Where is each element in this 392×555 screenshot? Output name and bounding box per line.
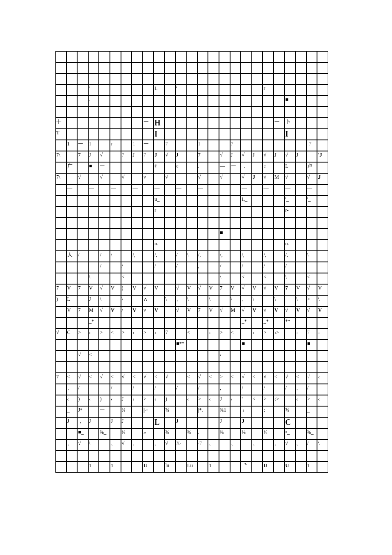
grid-cell xyxy=(110,84,121,96)
grid-cell xyxy=(295,195,306,206)
grid-cell xyxy=(110,107,121,118)
grid-cell: √ xyxy=(219,173,230,184)
grid-cell: X· xyxy=(176,439,187,450)
grid-cell xyxy=(121,62,132,73)
grid-cell xyxy=(252,384,263,395)
grid-cell xyxy=(262,62,274,73)
grid-cell xyxy=(164,218,176,229)
grid-cell xyxy=(153,229,164,240)
grid-cell: ■ xyxy=(285,96,296,107)
grid-cell: — xyxy=(262,184,274,195)
grid-cell xyxy=(274,51,285,62)
grid-cell: √ xyxy=(121,373,132,384)
grid-cell: 7 xyxy=(121,151,132,162)
grid-cell: ; xyxy=(262,406,274,417)
grid-cell xyxy=(208,107,219,118)
grid-cell xyxy=(285,328,296,340)
grid-cell xyxy=(274,273,285,284)
grid-cell: 一 xyxy=(99,406,110,417)
grid-cell xyxy=(164,251,176,262)
grid-cell: — xyxy=(66,340,78,351)
grid-cell xyxy=(252,107,263,118)
grid-cell xyxy=(132,273,143,284)
grid-cell xyxy=(66,362,78,373)
grid-cell: ‹ xyxy=(295,395,306,406)
grid-cell: J xyxy=(252,151,263,162)
grid-cell xyxy=(176,96,187,107)
grid-cell: √ xyxy=(241,173,252,184)
grid-cell xyxy=(274,73,285,84)
grid-cell xyxy=(219,84,230,96)
grid-cell xyxy=(197,218,208,229)
grid-cell xyxy=(143,206,154,218)
grid-cell: 一 xyxy=(66,73,78,84)
grid-cell xyxy=(274,96,285,107)
grid-cell xyxy=(55,73,66,84)
grid-cell xyxy=(295,51,306,62)
grid-cell: ) xyxy=(55,295,66,306)
grid-cell xyxy=(186,229,197,240)
grid-cell: 7 xyxy=(197,151,208,162)
grid-cell: 7 xyxy=(230,140,241,151)
grid-cell xyxy=(219,96,230,107)
grid-cell: 7 xyxy=(285,284,296,295)
grid-cell xyxy=(121,107,132,118)
grid-cell xyxy=(306,206,317,218)
grid-cell: < xyxy=(230,373,241,384)
grid-cell xyxy=(186,262,197,273)
grid-cell xyxy=(55,251,66,262)
grid-cell xyxy=(186,439,197,450)
grid-cell xyxy=(252,218,263,229)
grid-cell: V xyxy=(252,306,263,317)
grid-cell: / xyxy=(241,384,252,395)
grid-cell: ⅜ xyxy=(285,406,296,417)
grid-cell: ‹ xyxy=(230,395,241,406)
grid-cell xyxy=(121,229,132,240)
grid-cell: ■ xyxy=(306,340,317,351)
grid-cell xyxy=(55,96,66,107)
grid-cell xyxy=(66,118,78,129)
grid-cell: 、 xyxy=(153,439,164,450)
grid-cell xyxy=(230,351,241,362)
grid-cell xyxy=(208,417,219,428)
grid-cell xyxy=(295,240,306,251)
grid-cell xyxy=(295,206,306,218)
grid-cell xyxy=(164,62,176,73)
grid-cell xyxy=(99,462,110,473)
grid-cell xyxy=(132,206,143,218)
grid-cell xyxy=(295,462,306,473)
grid-cell xyxy=(99,417,110,428)
grid-cell: / xyxy=(132,384,143,395)
grid-cell: 、 xyxy=(176,295,187,306)
grid-cell xyxy=(66,450,78,462)
grid-cell: J xyxy=(88,151,99,162)
grid-cell xyxy=(55,362,66,373)
grid-cell: 7\ xyxy=(55,151,66,162)
grid-cell xyxy=(252,51,263,62)
grid-cell: ' xyxy=(88,84,99,96)
grid-cell xyxy=(66,195,78,206)
grid-cell xyxy=(88,73,99,84)
grid-cell xyxy=(77,340,88,351)
grid-cell xyxy=(143,218,154,229)
grid-cell: \ xyxy=(252,295,263,306)
grid-cell xyxy=(99,240,110,251)
grid-cell: M xyxy=(88,306,99,317)
grid-cell: ‹ xyxy=(208,395,219,406)
grid-cell: ⅜ xyxy=(219,428,230,439)
grid-cell xyxy=(164,262,176,273)
grid-cell xyxy=(88,340,99,351)
grid-cell: U xyxy=(262,462,274,473)
grid-cell: \ xyxy=(317,295,328,306)
grid-cell: > xyxy=(99,328,110,340)
grid-cell xyxy=(121,195,132,206)
grid-cell xyxy=(186,206,197,218)
grid-cell xyxy=(262,450,274,462)
grid-cell xyxy=(143,73,154,84)
grid-cell: > xyxy=(262,328,274,340)
grid-cell xyxy=(285,229,296,240)
grid-cell xyxy=(143,107,154,118)
grid-cell: L xyxy=(285,162,296,173)
grid-cell xyxy=(219,218,230,229)
grid-cell xyxy=(132,62,143,73)
